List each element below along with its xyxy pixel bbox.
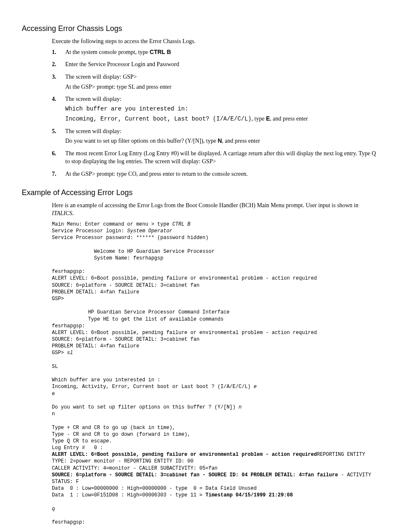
section-heading-accessing: Accessing Error Chassis Logs (20, 23, 379, 34)
step-5: 5. The screen will display: Do you want … (52, 127, 379, 147)
step-text: Enter the Service Processor Login and Pa… (65, 60, 379, 69)
step-text: The most recent Error Log Entry (Log Ent… (65, 149, 379, 166)
section-heading-example: Example of Accessing Error Logs (20, 188, 379, 198)
step-text: At the GSP> prompt: type CO, and press e… (65, 170, 379, 178)
terminal-output: Main Menu: Enter command or menu > type … (52, 221, 379, 526)
terminal-line: Which buffer are you interested in: (65, 105, 379, 113)
step-text: At the system console prompt, type CTRL … (65, 48, 379, 57)
step-text: The screen will display: (65, 95, 379, 103)
step-text: At the GSP> prompt: type SL and press en… (65, 83, 379, 91)
kbd-ctrl-b: CTRL B (150, 49, 171, 55)
steps-list: 1. At the system console prompt, type CT… (52, 48, 379, 180)
step-6: 6. The most recent Error Log Entry (Log … (52, 149, 379, 167)
step-2: 2. Enter the Service Processor Login and… (52, 60, 379, 70)
step-1: 1. At the system console prompt, type CT… (52, 48, 379, 58)
step-number: 6. (52, 149, 65, 167)
step-number: 2. (52, 60, 65, 70)
step-number: 4. (52, 95, 65, 124)
step-text: Incoming, Error, Current boot, Last boot… (65, 115, 379, 123)
step-text: Do you want to set up filter options on … (65, 137, 379, 145)
step-number: 7. (52, 170, 65, 180)
step-number: 3. (52, 73, 65, 93)
step-3: 3. The screen will display: GSP> At the … (52, 73, 379, 93)
intro-text: Execute the following steps to access th… (52, 37, 379, 46)
kbd-e: E (266, 115, 270, 122)
step-number: 5. (52, 127, 65, 147)
intro-text: Here is an example of accessing the Erro… (52, 201, 379, 218)
step-7: 7. At the GSP> prompt: type CO, and pres… (52, 170, 379, 180)
step-number: 1. (52, 48, 65, 58)
step-4: 4. The screen will display: Which buffer… (52, 95, 379, 124)
step-text: The screen will display: (65, 127, 379, 136)
kbd-n: N (217, 137, 222, 144)
step-text: The screen will display: GSP> (65, 73, 379, 81)
